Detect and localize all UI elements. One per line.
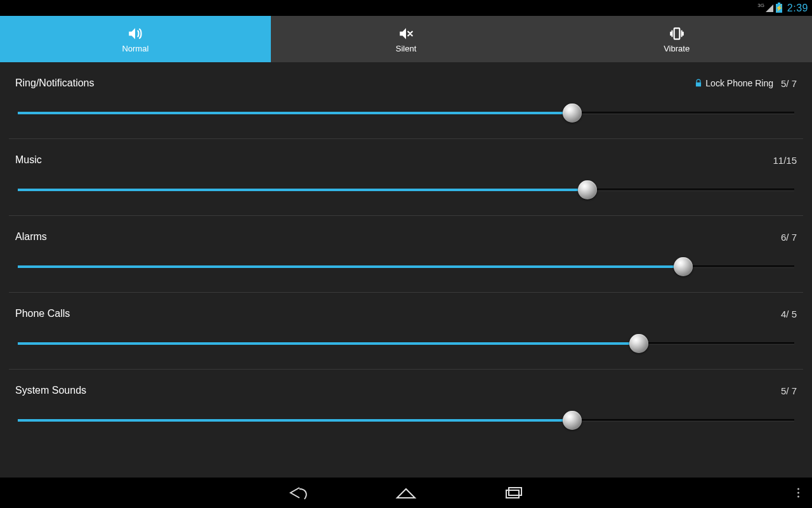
tab-silent[interactable]: Silent (271, 16, 542, 62)
lock-icon (694, 79, 703, 88)
back-button[interactable] (285, 483, 311, 502)
row-alarms: Alarms 6/ 7 (9, 216, 803, 293)
music-slider[interactable] (18, 184, 794, 196)
tab-normal-label: Normal (122, 44, 148, 53)
signal-icon (766, 4, 773, 12)
music-title: Music (15, 154, 42, 166)
row-ring: Ring/Notifications Lock Phone Ring 5/ 7 (9, 62, 803, 139)
row-system: System Sounds 5/ 7 (9, 370, 803, 446)
network-type-label: 3G (757, 3, 764, 8)
speaker-mute-icon (395, 25, 417, 42)
vibrate-icon (666, 25, 688, 42)
ring-value: 5/ 7 (781, 78, 797, 89)
home-button[interactable] (393, 483, 419, 502)
volume-panel: Ring/Notifications Lock Phone Ring 5/ 7 … (0, 62, 812, 478)
row-calls: Phone Calls 4/ 5 (9, 293, 803, 370)
system-slider[interactable] (18, 414, 794, 427)
calls-title: Phone Calls (15, 308, 70, 319)
ring-slider[interactable] (18, 107, 794, 119)
tab-vibrate[interactable]: Vibrate (541, 16, 812, 62)
ring-title: Ring/Notifications (15, 77, 95, 89)
navigation-bar (0, 478, 812, 508)
system-title: System Sounds (15, 385, 86, 396)
lock-phone-ring-toggle[interactable]: Lock Phone Ring (694, 78, 773, 88)
svg-rect-0 (674, 28, 679, 39)
clock-label: 2:39 (787, 3, 808, 14)
system-value: 5/ 7 (781, 385, 797, 396)
tab-vibrate-label: Vibrate (664, 44, 690, 53)
status-bar: 3G ⚡ 2:39 (0, 0, 812, 16)
alarms-slider[interactable] (18, 260, 794, 273)
lock-phone-ring-label: Lock Phone Ring (705, 78, 773, 88)
battery-icon: ⚡ (776, 4, 782, 13)
alarms-value: 6/ 7 (781, 232, 797, 243)
calls-slider[interactable] (18, 337, 794, 350)
recents-button[interactable] (501, 483, 527, 502)
alarms-title: Alarms (15, 231, 47, 243)
music-value: 11/15 (773, 155, 797, 166)
tab-normal[interactable]: Normal (0, 16, 271, 62)
overflow-menu-button[interactable] (797, 488, 799, 498)
speaker-icon (124, 25, 146, 42)
tab-silent-label: Silent (396, 44, 417, 53)
row-music: Music 11/15 (9, 139, 803, 216)
calls-value: 4/ 5 (781, 309, 797, 319)
mode-tabs: Normal Silent Vibrate (0, 16, 812, 62)
